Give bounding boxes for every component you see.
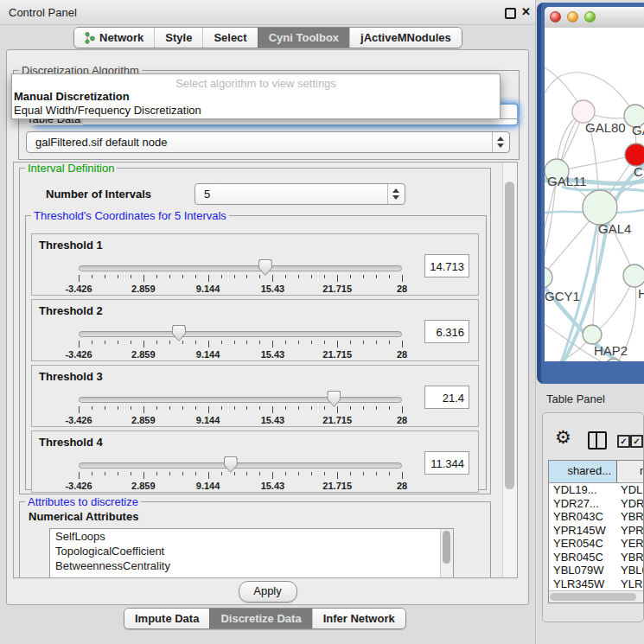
table-row[interactable]: YBR045CYBR0 bbox=[549, 551, 643, 564]
threshold-slider[interactable]: -3.4262.8599.14415.4321.71528 bbox=[79, 456, 402, 492]
slider-thumb[interactable] bbox=[172, 325, 186, 341]
tab-jactivemnodules[interactable]: jActiveMNodules bbox=[349, 28, 462, 48]
network-node[interactable] bbox=[583, 325, 602, 344]
number-of-intervals-combobox[interactable]: 5 bbox=[194, 183, 405, 205]
table-row[interactable]: YPR145WYPR1 bbox=[549, 524, 643, 538]
threshold-slider[interactable]: -3.4262.8599.14415.4321.71528 bbox=[79, 390, 402, 426]
attribute-list-item[interactable]: BetweennessCentrality bbox=[50, 558, 453, 573]
tab-network[interactable]: Network bbox=[74, 28, 154, 48]
cell-name[interactable]: YBL0 bbox=[617, 564, 643, 577]
checkbox-icon[interactable]: ✓ bbox=[617, 435, 630, 448]
slider-track[interactable] bbox=[79, 462, 402, 469]
attribute-list-item[interactable]: SelfLoops bbox=[50, 529, 453, 544]
tick-label: 28 bbox=[397, 415, 407, 425]
threshold-item: Threshold 4 -3.4262.8599.14415.4321.7152… bbox=[31, 430, 479, 493]
table-row[interactable]: YBR043CYBR0 bbox=[549, 510, 643, 524]
attributes-scrollbar[interactable] bbox=[440, 529, 453, 578]
tick-label: 2.859 bbox=[131, 481, 156, 491]
threshold-value-field[interactable]: 14.713 bbox=[424, 254, 469, 277]
cell-shared-name[interactable]: YLR345W bbox=[549, 577, 617, 591]
combobox-stepper[interactable] bbox=[492, 132, 509, 152]
attribute-list-item[interactable]: TopologicalCoefficient bbox=[50, 544, 453, 558]
tab-label: Impute Data bbox=[135, 609, 199, 628]
slider-ticks bbox=[79, 341, 402, 348]
threshold-value-field[interactable]: 11.344 bbox=[424, 451, 469, 475]
network-node[interactable] bbox=[583, 190, 617, 225]
slider-track[interactable] bbox=[79, 265, 402, 271]
network-window-titlebar[interactable] bbox=[545, 7, 644, 29]
application-root: Control Panel ✕ Network Style Select Cyn… bbox=[0, 0, 644, 644]
dropdown-option-manual[interactable]: Manual Discretization bbox=[12, 90, 500, 104]
close-icon[interactable]: ✕ bbox=[521, 5, 531, 18]
checkbox-icon[interactable]: ✓ bbox=[630, 435, 643, 448]
cell-shared-name[interactable]: YBR043C bbox=[549, 510, 617, 524]
numerical-attributes-list[interactable]: SelfLoopsTopologicalCoefficientBetweenne… bbox=[49, 528, 454, 578]
tick-label: 21.715 bbox=[322, 481, 352, 491]
close-traffic-light[interactable] bbox=[550, 11, 561, 22]
scrollbar-thumb[interactable] bbox=[443, 531, 450, 564]
threshold-value-field[interactable]: 21.4 bbox=[424, 386, 469, 409]
slider-track[interactable] bbox=[79, 397, 402, 403]
column-header-shared-name[interactable]: shared... bbox=[549, 461, 617, 482]
cell-name[interactable]: YDL1 bbox=[617, 483, 643, 497]
cell-name[interactable]: YBR0 bbox=[617, 510, 643, 524]
table-row[interactable]: YLR345WYLR3 bbox=[549, 577, 643, 591]
apply-button[interactable]: Apply bbox=[239, 581, 297, 603]
split-columns-icon[interactable] bbox=[588, 431, 607, 450]
scrollbar-thumb[interactable] bbox=[550, 593, 636, 601]
gear-icon[interactable]: ⚙ bbox=[555, 428, 571, 446]
cell-shared-name[interactable]: YPR145W bbox=[549, 524, 617, 538]
slider-thumb[interactable] bbox=[327, 391, 341, 407]
network-canvas[interactable]: GAL80GACGAL11GAL4GCY1HHAP2 bbox=[545, 28, 644, 361]
horizontal-scrollbar[interactable] bbox=[549, 590, 643, 603]
slider-thumb-face bbox=[173, 326, 185, 341]
zoom-traffic-light[interactable] bbox=[584, 11, 596, 22]
float-window-icon[interactable] bbox=[505, 8, 516, 19]
cell-shared-name[interactable]: YDL19... bbox=[549, 483, 617, 497]
slider-track[interactable] bbox=[79, 331, 402, 337]
slider-thumb[interactable] bbox=[258, 259, 272, 276]
tab-cyni-toolbox[interactable]: Cyni Toolbox bbox=[258, 28, 349, 48]
threshold-value-field[interactable]: 6.316 bbox=[424, 320, 469, 343]
cell-shared-name[interactable]: YBL079W bbox=[549, 564, 617, 577]
table-row[interactable]: YER054CYER0 bbox=[549, 537, 643, 551]
threshold-slider[interactable]: -3.4262.8599.14415.4321.71528 bbox=[79, 258, 402, 295]
tab-style[interactable]: Style bbox=[154, 28, 202, 48]
cell-shared-name[interactable]: YBR045C bbox=[549, 551, 617, 564]
table-row[interactable]: YDL19...YDL1 bbox=[549, 483, 643, 497]
node-label: GAL11 bbox=[547, 174, 587, 188]
network-node[interactable] bbox=[545, 267, 552, 288]
threshold-slider[interactable]: -3.4262.8599.14415.4321.71528 bbox=[79, 324, 402, 360]
table-data-combobox[interactable]: galFiltered.sif default node bbox=[26, 131, 510, 153]
cell-shared-name[interactable]: YDR27... bbox=[549, 497, 617, 511]
scrollbar-thumb[interactable] bbox=[505, 182, 514, 489]
tab-discretize-data[interactable]: Discretize Data bbox=[209, 609, 311, 628]
node-label: GAL80 bbox=[585, 120, 626, 135]
node-label: GA bbox=[632, 123, 644, 137]
cell-name[interactable]: YPR1 bbox=[617, 524, 643, 538]
cell-shared-name[interactable]: YER054C bbox=[549, 537, 617, 551]
cell-name[interactable]: YLR3 bbox=[617, 577, 643, 591]
network-node-selected[interactable] bbox=[625, 143, 644, 166]
network-node[interactable] bbox=[623, 265, 644, 287]
node-attribute-table[interactable]: shared... n YDL19...YDL1YDR27...YDR2YBR0… bbox=[548, 460, 644, 603]
table-row[interactable]: YBL079WYBL0 bbox=[549, 564, 643, 577]
tick-label: 21.715 bbox=[322, 415, 352, 425]
table-row[interactable]: YDR27...YDR2 bbox=[549, 497, 643, 511]
tick-label: -3.426 bbox=[65, 415, 92, 425]
tick-label: -3.426 bbox=[65, 284, 92, 294]
dropdown-option-equal-width[interactable]: Equal Width/Frequency Discretization bbox=[12, 104, 500, 118]
vertical-scrollbar[interactable] bbox=[502, 163, 517, 577]
combobox-stepper[interactable] bbox=[387, 184, 405, 204]
minimize-traffic-light[interactable] bbox=[567, 11, 578, 22]
cell-name[interactable]: YDR2 bbox=[617, 497, 643, 511]
cell-name[interactable]: YBR0 bbox=[617, 551, 643, 564]
cell-name[interactable]: YER0 bbox=[617, 537, 643, 551]
tab-select[interactable]: Select bbox=[202, 28, 257, 48]
slider-thumb[interactable] bbox=[224, 456, 238, 473]
tick-label: 9.144 bbox=[196, 349, 220, 360]
window-title: Control Panel bbox=[9, 6, 77, 19]
tab-impute-data[interactable]: Impute Data bbox=[124, 609, 209, 628]
tab-infer-network[interactable]: Infer Network bbox=[312, 609, 405, 628]
column-header-name[interactable]: n bbox=[617, 461, 644, 482]
